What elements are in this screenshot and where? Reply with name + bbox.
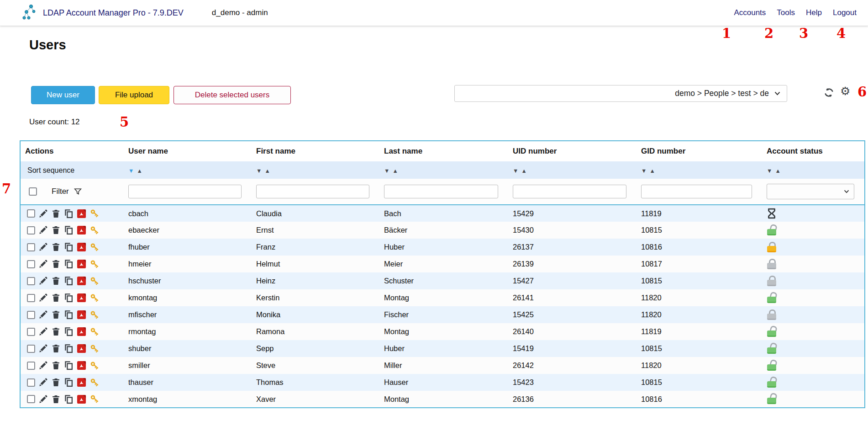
row-select-checkbox[interactable] — [27, 294, 35, 302]
filter-funnel-icon[interactable] — [74, 187, 82, 196]
delete-user-button[interactable] — [51, 327, 61, 336]
filter-input-firstname[interactable] — [256, 185, 369, 198]
change-password-button[interactable] — [89, 276, 100, 287]
filter-select-status[interactable] — [767, 184, 854, 199]
sort-desc-arrow-uid[interactable]: ▼ — [513, 168, 518, 174]
ldap-tree-icon[interactable] — [21, 4, 39, 22]
create-pdf-button[interactable] — [77, 293, 86, 303]
copy-user-button[interactable] — [64, 259, 74, 269]
change-password-button[interactable] — [89, 259, 100, 270]
edit-user-button[interactable] — [38, 361, 48, 370]
sort-desc-arrow-firstname[interactable]: ▼ — [256, 168, 262, 174]
copy-user-button[interactable] — [64, 327, 74, 336]
edit-user-button[interactable] — [38, 242, 48, 252]
create-pdf-button[interactable] — [77, 344, 86, 353]
row-select-checkbox[interactable] — [27, 328, 35, 336]
sort-desc-arrow-username[interactable]: ▼ — [128, 168, 134, 174]
row-select-checkbox[interactable] — [27, 260, 35, 268]
edit-user-button[interactable] — [38, 259, 48, 269]
edit-user-button[interactable] — [38, 327, 48, 336]
edit-user-button[interactable] — [38, 310, 48, 320]
delete-user-button[interactable] — [51, 293, 61, 303]
change-password-button[interactable] — [89, 326, 100, 337]
edit-user-button[interactable] — [38, 293, 48, 303]
nav-tools[interactable]: Tools — [777, 8, 795, 17]
copy-user-button[interactable] — [64, 378, 74, 387]
delete-selected-users-button[interactable]: Delete selected users — [174, 86, 291, 104]
row-select-checkbox[interactable] — [27, 277, 35, 285]
row-select-checkbox[interactable] — [27, 226, 35, 234]
filter-input-username[interactable] — [128, 185, 242, 198]
row-select-checkbox[interactable] — [27, 345, 35, 353]
change-password-button[interactable] — [89, 293, 100, 304]
copy-user-button[interactable] — [64, 276, 74, 286]
create-pdf-button[interactable] — [77, 327, 86, 336]
filter-input-lastname[interactable] — [384, 185, 498, 198]
tree-suffix-dropdown[interactable]: demo > People > test > de — [454, 85, 787, 102]
change-password-button[interactable] — [89, 242, 100, 253]
row-select-checkbox[interactable] — [27, 311, 35, 319]
nav-help[interactable]: Help — [806, 8, 822, 17]
sort-desc-arrow-gid[interactable]: ▼ — [641, 168, 647, 174]
copy-user-button[interactable] — [64, 344, 74, 353]
copy-user-button[interactable] — [64, 394, 74, 404]
edit-user-button[interactable] — [38, 394, 48, 404]
change-password-button[interactable] — [89, 377, 100, 388]
change-password-button[interactable] — [89, 225, 100, 236]
create-pdf-button[interactable] — [77, 242, 86, 252]
copy-user-button[interactable] — [64, 361, 74, 370]
sort-asc-arrow-gid[interactable]: ▲ — [649, 168, 655, 174]
edit-user-button[interactable] — [38, 276, 48, 286]
delete-user-button[interactable] — [51, 276, 61, 286]
filter-input-uid[interactable] — [513, 185, 626, 198]
copy-user-button[interactable] — [64, 310, 74, 320]
copy-user-button[interactable] — [64, 209, 74, 218]
nav-logout[interactable]: Logout — [833, 8, 857, 17]
row-select-checkbox[interactable] — [27, 243, 35, 251]
delete-user-button[interactable] — [51, 310, 61, 320]
nav-accounts[interactable]: Accounts — [734, 8, 766, 17]
select-all-checkbox[interactable] — [29, 187, 37, 196]
create-pdf-button[interactable] — [77, 361, 86, 370]
row-select-checkbox[interactable] — [27, 378, 35, 387]
sort-asc-arrow-firstname[interactable]: ▲ — [264, 168, 270, 174]
copy-user-button[interactable] — [64, 225, 74, 235]
edit-user-button[interactable] — [38, 209, 48, 218]
change-password-button[interactable] — [89, 343, 100, 354]
new-user-button[interactable]: New user — [31, 86, 95, 104]
sort-desc-arrow-status[interactable]: ▼ — [767, 168, 772, 174]
delete-user-button[interactable] — [51, 242, 61, 252]
create-pdf-button[interactable] — [77, 276, 86, 286]
refresh-button[interactable] — [824, 87, 834, 98]
delete-user-button[interactable] — [51, 344, 61, 353]
create-pdf-button[interactable] — [77, 310, 86, 320]
delete-user-button[interactable] — [51, 378, 61, 387]
change-password-button[interactable] — [89, 394, 100, 405]
change-password-button[interactable] — [89, 360, 100, 371]
create-pdf-button[interactable] — [77, 259, 86, 269]
create-pdf-button[interactable] — [77, 209, 86, 218]
sort-asc-arrow-uid[interactable]: ▲ — [521, 168, 526, 174]
edit-user-button[interactable] — [38, 378, 48, 387]
create-pdf-button[interactable] — [77, 394, 86, 404]
edit-user-button[interactable] — [38, 344, 48, 353]
change-password-button[interactable] — [89, 208, 100, 219]
change-password-button[interactable] — [89, 309, 100, 320]
sort-asc-arrow-username[interactable]: ▲ — [137, 168, 142, 174]
create-pdf-button[interactable] — [77, 225, 86, 235]
sort-asc-arrow-status[interactable]: ▲ — [775, 168, 780, 174]
row-select-checkbox[interactable] — [27, 362, 35, 370]
filter-input-gid[interactable] — [641, 185, 752, 198]
copy-user-button[interactable] — [64, 293, 74, 303]
row-select-checkbox[interactable] — [27, 209, 35, 218]
create-pdf-button[interactable] — [77, 378, 86, 387]
delete-user-button[interactable] — [51, 225, 61, 235]
row-select-checkbox[interactable] — [27, 395, 35, 403]
sort-asc-arrow-lastname[interactable]: ▲ — [392, 168, 398, 174]
sort-desc-arrow-lastname[interactable]: ▼ — [384, 168, 389, 174]
file-upload-button[interactable]: File upload — [99, 86, 169, 104]
settings-button[interactable]: ⚙ — [840, 85, 850, 97]
delete-user-button[interactable] — [51, 361, 61, 370]
delete-user-button[interactable] — [51, 209, 61, 218]
copy-user-button[interactable] — [64, 242, 74, 252]
